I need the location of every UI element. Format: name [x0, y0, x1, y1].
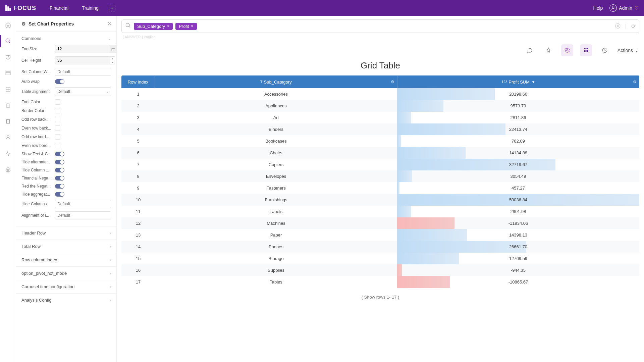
- header-subcategory: TSub_Category⚙: [155, 75, 397, 88]
- table-row[interactable]: 14Phones26661.70: [121, 241, 639, 253]
- chart-type-icon[interactable]: [599, 44, 611, 56]
- rail-activity-icon[interactable]: [5, 150, 11, 157]
- table-row[interactable]: 13Paper14398.13: [121, 229, 639, 241]
- section-commons[interactable]: Commons ⌄: [16, 32, 116, 45]
- rail-folder-icon[interactable]: [5, 102, 11, 109]
- rail-dashboard-icon[interactable]: [5, 70, 11, 76]
- section-header-row[interactable]: Header Row›: [16, 226, 116, 240]
- step-down-icon[interactable]: ▾: [110, 60, 115, 64]
- cell-profit-sum: 26661.70: [397, 241, 639, 253]
- prop-evenrowbord-swatch[interactable]: [55, 143, 60, 148]
- sort-desc-icon[interactable]: ▼: [532, 80, 535, 84]
- table-row[interactable]: 10Furnishings50036.84: [121, 194, 639, 206]
- prop-tablealign-label: Table alignment: [21, 89, 55, 94]
- prop-setcolwidth-input[interactable]: [55, 68, 111, 76]
- add-tab-button[interactable]: +: [109, 5, 115, 11]
- table-row[interactable]: 16Supplies-944.35: [121, 264, 639, 276]
- prop-tablealign-select[interactable]: Default⌄: [55, 87, 111, 96]
- table-row[interactable]: 4Binders22413.74: [121, 123, 639, 135]
- chip-remove-icon[interactable]: ×: [167, 24, 169, 29]
- section-carousel-time-configuration[interactable]: Carousel time configuration›: [16, 280, 116, 293]
- table-row[interactable]: 8Envelopes3054.49: [121, 170, 639, 182]
- prop-fontcolor-swatch[interactable]: [55, 99, 60, 105]
- prop-bordercolor-swatch[interactable]: [55, 108, 60, 113]
- section-total-row[interactable]: Total Row›: [16, 240, 116, 253]
- prop-oddrowback-swatch[interactable]: [55, 117, 60, 122]
- cell-profit-sum: 3054.49: [397, 170, 639, 182]
- svg-line-18: [129, 26, 130, 28]
- cell-row-index: 5: [121, 135, 155, 147]
- prop-finnega-toggle[interactable]: [55, 176, 64, 180]
- section-option-pivot-hot-mode[interactable]: option_pivot_hot_mode›: [16, 266, 116, 280]
- prop-rednegat-toggle[interactable]: [55, 184, 64, 189]
- chip-profit[interactable]: Profit×: [175, 23, 197, 30]
- rail-home-icon[interactable]: [5, 21, 11, 28]
- close-icon[interactable]: ×: [108, 21, 111, 27]
- prop-alignidx-label: Alignment of i...: [21, 213, 55, 218]
- prop-hidealt-toggle[interactable]: [55, 160, 64, 164]
- nav-item-financial[interactable]: Financial: [50, 5, 68, 11]
- table-row[interactable]: 1Accessories20198.66: [121, 88, 639, 100]
- chevron-right-icon: ›: [110, 285, 111, 289]
- nav-item-training[interactable]: Training: [82, 5, 99, 11]
- prop-finnega-label: Financial Nega...: [21, 176, 55, 180]
- help-link[interactable]: Help: [593, 5, 603, 11]
- prop-evenrowback-swatch[interactable]: [55, 125, 60, 131]
- toolbar: Actions⌄: [121, 39, 639, 59]
- table-row[interactable]: 12Machines-11834.06: [121, 217, 639, 229]
- prop-cellheight-input[interactable]: [55, 56, 110, 64]
- header-profit-sum: 123Profit SUM▼⚙: [397, 75, 640, 88]
- cell-subcategory: Supplies: [155, 264, 397, 276]
- properties-panel: ⚙ Set Chart Properties × Commons ⌄ FontS…: [16, 16, 117, 362]
- prop-alignidx-input[interactable]: [55, 211, 111, 219]
- rail-clipboard-icon[interactable]: [5, 118, 11, 125]
- table-row[interactable]: 5Bookcases762.09: [121, 135, 639, 147]
- step-up-icon[interactable]: ▴: [110, 57, 115, 60]
- rail-settings-icon[interactable]: [5, 166, 11, 173]
- chip-subcategory[interactable]: Sub_Category×: [134, 23, 173, 30]
- column-config-icon[interactable]: ⚙: [391, 80, 394, 84]
- clear-all-icon[interactable]: ⓧ: [615, 23, 621, 30]
- table-row[interactable]: 6Chairs14134.88: [121, 147, 639, 159]
- user-badge[interactable]: Admin ♡: [609, 4, 639, 12]
- section-analysis-config[interactable]: Analysis Config›: [16, 293, 116, 307]
- table-row[interactable]: 2Appliances9573.79: [121, 100, 639, 112]
- meta-answer: [ ANSWER ]: [123, 35, 143, 39]
- table-row[interactable]: 9Fasteners457.27: [121, 182, 639, 194]
- svg-rect-5: [6, 71, 10, 75]
- table-row[interactable]: 15Storage12769.59: [121, 253, 639, 264]
- actions-button[interactable]: Actions⌄: [618, 48, 638, 53]
- comment-icon[interactable]: [524, 44, 536, 56]
- prop-cellheight-label: Cell Height: [21, 58, 55, 63]
- prop-fontsize-input[interactable]: [55, 45, 110, 53]
- rail-grid-icon[interactable]: [5, 86, 11, 93]
- prop-autowrap-toggle[interactable]: [55, 79, 64, 84]
- prop-showtext-toggle[interactable]: [55, 152, 64, 156]
- cell-subcategory: Furnishings: [155, 194, 397, 206]
- table-row[interactable]: 7Copiers32719.67: [121, 159, 639, 170]
- section-row-column-index[interactable]: Row column index›: [16, 253, 116, 266]
- cell-profit-sum: 9573.79: [397, 100, 639, 112]
- pin-icon[interactable]: [542, 44, 554, 56]
- chip-remove-icon[interactable]: ×: [191, 24, 193, 29]
- refresh-icon[interactable]: ⟳: [631, 23, 636, 30]
- prop-oddrowbord-swatch[interactable]: [55, 134, 60, 140]
- svg-point-4: [8, 58, 8, 59]
- table-row[interactable]: 11Labels2901.98: [121, 206, 639, 217]
- search-icon[interactable]: [125, 22, 131, 30]
- prop-hidecolumns-input[interactable]: [55, 200, 111, 208]
- rail-help-icon[interactable]: [5, 54, 11, 60]
- view-grid-icon[interactable]: [580, 44, 592, 56]
- cell-row-index: 10: [121, 194, 155, 206]
- column-config-icon[interactable]: ⚙: [633, 80, 637, 84]
- rail-user-icon[interactable]: [5, 134, 11, 141]
- prop-hidecol-toggle[interactable]: [55, 168, 64, 172]
- chevron-down-icon: ⌄: [635, 48, 638, 53]
- table-row[interactable]: 17Tables-10865.67: [121, 276, 639, 288]
- cell-subcategory: Appliances: [155, 100, 397, 112]
- table-row[interactable]: 3Art2811.86: [121, 112, 639, 123]
- prop-hideagg-toggle[interactable]: [55, 192, 64, 197]
- prop-hidealt-label: Hide alternate...: [21, 160, 55, 164]
- chart-settings-icon[interactable]: [561, 44, 573, 56]
- rail-search-icon[interactable]: [5, 38, 11, 44]
